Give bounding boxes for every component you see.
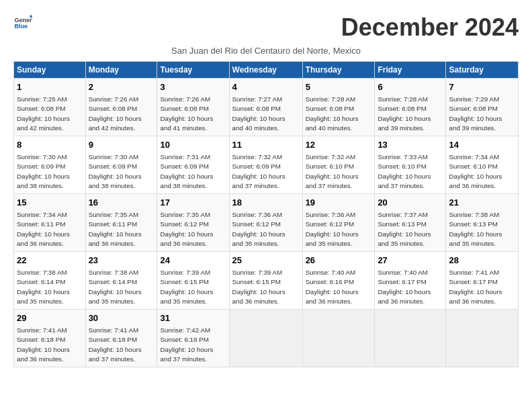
day-info: Sunrise: 7:27 AM Sunset: 6:08 PM Dayligh… bbox=[232, 95, 300, 133]
day-number: 12 bbox=[306, 139, 372, 151]
day-number: 11 bbox=[232, 139, 300, 151]
day-info: Sunrise: 7:35 AM Sunset: 6:11 PM Dayligh… bbox=[89, 210, 154, 248]
day-info: Sunrise: 7:38 AM Sunset: 6:14 PM Dayligh… bbox=[89, 268, 154, 306]
col-friday: Friday bbox=[375, 62, 446, 79]
table-cell: 31Sunrise: 7:42 AM Sunset: 6:19 PM Dayli… bbox=[157, 310, 229, 367]
table-cell: 13Sunrise: 7:33 AM Sunset: 6:10 PM Dayli… bbox=[375, 136, 446, 194]
table-cell: 2Sunrise: 7:26 AM Sunset: 6:08 PM Daylig… bbox=[85, 79, 157, 136]
day-number: 31 bbox=[160, 312, 226, 324]
table-cell: 21Sunrise: 7:38 AM Sunset: 6:13 PM Dayli… bbox=[446, 194, 519, 252]
day-info: Sunrise: 7:26 AM Sunset: 6:08 PM Dayligh… bbox=[160, 95, 226, 133]
day-info: Sunrise: 7:36 AM Sunset: 6:12 PM Dayligh… bbox=[306, 210, 372, 248]
table-cell bbox=[446, 310, 519, 367]
day-info: Sunrise: 7:32 AM Sunset: 6:10 PM Dayligh… bbox=[306, 152, 372, 191]
day-info: Sunrise: 7:41 AM Sunset: 6:18 PM Dayligh… bbox=[89, 326, 154, 364]
table-cell: 10Sunrise: 7:31 AM Sunset: 6:09 PM Dayli… bbox=[157, 136, 229, 194]
day-number: 9 bbox=[89, 139, 154, 151]
table-cell: 28Sunrise: 7:41 AM Sunset: 6:17 PM Dayli… bbox=[446, 252, 519, 310]
subtitle: San Juan del Rio del Centauro del Norte,… bbox=[13, 46, 519, 56]
table-cell: 6Sunrise: 7:28 AM Sunset: 6:08 PM Daylig… bbox=[375, 79, 446, 136]
header: General Blue December 2024 bbox=[13, 13, 519, 42]
day-number: 27 bbox=[378, 255, 443, 267]
col-thursday: Thursday bbox=[302, 62, 375, 79]
table-cell: 4Sunrise: 7:27 AM Sunset: 6:08 PM Daylig… bbox=[229, 79, 302, 136]
col-monday: Monday bbox=[85, 62, 157, 79]
table-cell: 11Sunrise: 7:32 AM Sunset: 6:09 PM Dayli… bbox=[229, 136, 302, 194]
col-saturday: Saturday bbox=[446, 62, 519, 79]
table-cell: 5Sunrise: 7:28 AM Sunset: 6:08 PM Daylig… bbox=[302, 79, 375, 136]
day-number: 14 bbox=[449, 139, 515, 151]
day-info: Sunrise: 7:34 AM Sunset: 6:11 PM Dayligh… bbox=[17, 210, 83, 248]
table-cell: 25Sunrise: 7:39 AM Sunset: 6:15 PM Dayli… bbox=[229, 252, 302, 310]
table-cell: 12Sunrise: 7:32 AM Sunset: 6:10 PM Dayli… bbox=[302, 136, 375, 194]
col-tuesday: Tuesday bbox=[157, 62, 229, 79]
table-cell: 3Sunrise: 7:26 AM Sunset: 6:08 PM Daylig… bbox=[157, 79, 229, 136]
calendar-table: Sunday Monday Tuesday Wednesday Thursday… bbox=[13, 61, 519, 367]
day-number: 7 bbox=[449, 81, 515, 93]
day-info: Sunrise: 7:34 AM Sunset: 6:10 PM Dayligh… bbox=[449, 152, 515, 191]
col-sunday: Sunday bbox=[14, 62, 86, 79]
table-cell: 27Sunrise: 7:40 AM Sunset: 6:17 PM Dayli… bbox=[375, 252, 446, 310]
day-info: Sunrise: 7:30 AM Sunset: 6:09 PM Dayligh… bbox=[89, 152, 154, 191]
day-info: Sunrise: 7:41 AM Sunset: 6:18 PM Dayligh… bbox=[17, 326, 83, 364]
day-number: 16 bbox=[89, 197, 154, 209]
day-number: 21 bbox=[449, 197, 515, 209]
day-info: Sunrise: 7:39 AM Sunset: 6:15 PM Dayligh… bbox=[160, 268, 226, 306]
day-info: Sunrise: 7:35 AM Sunset: 6:12 PM Dayligh… bbox=[160, 210, 226, 248]
table-cell: 9Sunrise: 7:30 AM Sunset: 6:09 PM Daylig… bbox=[85, 136, 157, 194]
day-number: 19 bbox=[306, 197, 372, 209]
day-number: 25 bbox=[232, 255, 300, 267]
month-title: December 2024 bbox=[341, 13, 519, 42]
day-info: Sunrise: 7:32 AM Sunset: 6:09 PM Dayligh… bbox=[232, 152, 300, 191]
day-number: 30 bbox=[89, 312, 154, 324]
day-info: Sunrise: 7:36 AM Sunset: 6:12 PM Dayligh… bbox=[232, 210, 300, 248]
day-number: 18 bbox=[232, 197, 300, 209]
day-info: Sunrise: 7:42 AM Sunset: 6:19 PM Dayligh… bbox=[160, 326, 226, 364]
day-number: 3 bbox=[160, 81, 226, 93]
table-cell: 17Sunrise: 7:35 AM Sunset: 6:12 PM Dayli… bbox=[157, 194, 229, 252]
day-info: Sunrise: 7:33 AM Sunset: 6:10 PM Dayligh… bbox=[378, 152, 443, 191]
table-cell: 18Sunrise: 7:36 AM Sunset: 6:12 PM Dayli… bbox=[229, 194, 302, 252]
table-cell: 24Sunrise: 7:39 AM Sunset: 6:15 PM Dayli… bbox=[157, 252, 229, 310]
day-info: Sunrise: 7:31 AM Sunset: 6:09 PM Dayligh… bbox=[160, 152, 226, 191]
table-cell: 16Sunrise: 7:35 AM Sunset: 6:11 PM Dayli… bbox=[85, 194, 157, 252]
day-info: Sunrise: 7:37 AM Sunset: 6:13 PM Dayligh… bbox=[378, 210, 443, 248]
logo: General Blue bbox=[13, 13, 34, 32]
table-cell: 26Sunrise: 7:40 AM Sunset: 6:16 PM Dayli… bbox=[302, 252, 375, 310]
day-info: Sunrise: 7:41 AM Sunset: 6:17 PM Dayligh… bbox=[449, 268, 515, 306]
day-number: 10 bbox=[160, 139, 226, 151]
table-cell: 23Sunrise: 7:38 AM Sunset: 6:14 PM Dayli… bbox=[85, 252, 157, 310]
day-number: 1 bbox=[17, 81, 83, 93]
table-cell: 15Sunrise: 7:34 AM Sunset: 6:11 PM Dayli… bbox=[14, 194, 86, 252]
day-number: 29 bbox=[17, 312, 83, 324]
day-number: 22 bbox=[17, 255, 83, 267]
table-cell: 30Sunrise: 7:41 AM Sunset: 6:18 PM Dayli… bbox=[85, 310, 157, 367]
day-info: Sunrise: 7:26 AM Sunset: 6:08 PM Dayligh… bbox=[89, 95, 154, 133]
day-info: Sunrise: 7:28 AM Sunset: 6:08 PM Dayligh… bbox=[378, 95, 443, 133]
col-wednesday: Wednesday bbox=[229, 62, 302, 79]
table-cell bbox=[375, 310, 446, 367]
day-info: Sunrise: 7:25 AM Sunset: 6:08 PM Dayligh… bbox=[17, 95, 83, 133]
day-number: 8 bbox=[17, 139, 83, 151]
day-number: 6 bbox=[378, 81, 443, 93]
table-cell: 19Sunrise: 7:36 AM Sunset: 6:12 PM Dayli… bbox=[302, 194, 375, 252]
table-cell bbox=[302, 310, 375, 367]
day-number: 24 bbox=[160, 255, 226, 267]
day-number: 15 bbox=[17, 197, 83, 209]
day-info: Sunrise: 7:28 AM Sunset: 6:08 PM Dayligh… bbox=[306, 95, 372, 133]
day-number: 2 bbox=[89, 81, 154, 93]
day-number: 28 bbox=[449, 255, 515, 267]
day-number: 23 bbox=[89, 255, 154, 267]
svg-text:General: General bbox=[14, 17, 32, 24]
day-number: 5 bbox=[306, 81, 372, 93]
day-info: Sunrise: 7:38 AM Sunset: 6:13 PM Dayligh… bbox=[449, 210, 515, 248]
table-cell: 22Sunrise: 7:38 AM Sunset: 6:14 PM Dayli… bbox=[14, 252, 86, 310]
day-info: Sunrise: 7:40 AM Sunset: 6:17 PM Dayligh… bbox=[378, 268, 443, 306]
day-info: Sunrise: 7:29 AM Sunset: 6:08 PM Dayligh… bbox=[449, 95, 515, 133]
table-cell: 8Sunrise: 7:30 AM Sunset: 6:09 PM Daylig… bbox=[14, 136, 86, 194]
day-info: Sunrise: 7:40 AM Sunset: 6:16 PM Dayligh… bbox=[306, 268, 372, 306]
day-number: 13 bbox=[378, 139, 443, 151]
table-cell: 14Sunrise: 7:34 AM Sunset: 6:10 PM Dayli… bbox=[446, 136, 519, 194]
day-info: Sunrise: 7:39 AM Sunset: 6:15 PM Dayligh… bbox=[232, 268, 300, 306]
day-number: 4 bbox=[232, 81, 300, 93]
